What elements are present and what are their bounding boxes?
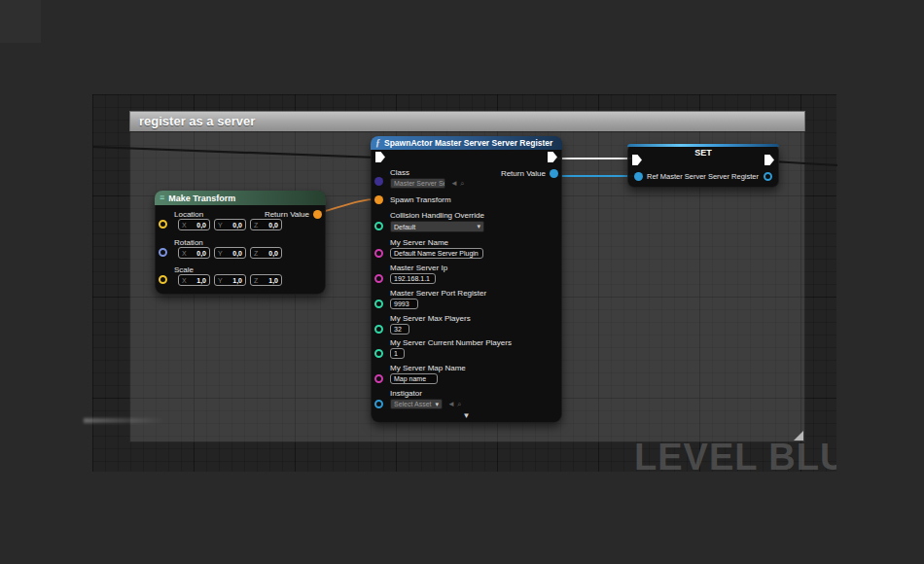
instigator-asset-dropdown[interactable]: Select Asset ▾ bbox=[390, 399, 443, 409]
pin-label: Collision Handling Override bbox=[390, 211, 484, 220]
node-set-variable[interactable]: SET Ref Master Server Server Register bbox=[627, 144, 779, 188]
collapse-arrow-icon[interactable]: ▼ bbox=[371, 412, 562, 420]
node-make-transform[interactable]: ≡ Make Transform Return Value Location X… bbox=[155, 191, 326, 295]
rotation-y-input[interactable]: Y0,0 bbox=[214, 247, 246, 259]
collision-handling-pin[interactable] bbox=[374, 222, 383, 230]
wire-glow-artifact bbox=[84, 418, 165, 423]
max-players-input[interactable]: 32 bbox=[390, 324, 409, 335]
pin-row-scale: Scale X1,0 Y1,0 Z1,0 bbox=[159, 265, 322, 289]
set-variable-label: Ref Master Server Server Register bbox=[647, 172, 759, 181]
pin-label: My Server Map Name bbox=[390, 364, 466, 372]
asset-util-icons[interactable]: ◄⌕ bbox=[447, 400, 463, 409]
pin-row-location: Location X0,0 Y0,0 Z0,0 bbox=[159, 210, 322, 233]
corner-artifact bbox=[0, 0, 41, 43]
rotation-x-input[interactable]: X0,0 bbox=[178, 247, 210, 259]
rotation-z-input[interactable]: Z0,0 bbox=[250, 247, 282, 259]
set-variable-in-pin[interactable] bbox=[634, 172, 643, 181]
current-players-pin[interactable] bbox=[374, 349, 383, 358]
instigator-pin[interactable] bbox=[374, 400, 383, 408]
map-name-pin[interactable] bbox=[374, 374, 383, 383]
set-accent-strip bbox=[627, 144, 779, 147]
pin-label: Scale bbox=[174, 265, 194, 274]
class-dropdown[interactable]: Master Server Se ▾ bbox=[390, 178, 445, 189]
location-z-input[interactable]: Z0,0 bbox=[250, 219, 282, 230]
use-asset-icon[interactable]: ◄ bbox=[450, 179, 460, 188]
location-y-input[interactable]: Y0,0 bbox=[214, 219, 246, 230]
pin-row-map-name: My Server Map Name Map name bbox=[374, 364, 558, 387]
pin-row-port-register: Master Server Port Register 9993 bbox=[374, 289, 558, 312]
make-transform-header[interactable]: ≡ Make Transform bbox=[155, 191, 326, 205]
location-x-input[interactable]: X0,0 bbox=[178, 219, 210, 230]
exec-out-pin[interactable] bbox=[548, 152, 557, 162]
pin-label: Master Server Ip bbox=[390, 264, 447, 272]
pin-row-class: Class Master Server Se ▾ ◄⌕ bbox=[374, 168, 558, 192]
port-register-input[interactable]: 9993 bbox=[390, 299, 418, 309]
pin-row-master-server-ip: Master Server Ip 192.168.1.1 bbox=[374, 264, 558, 287]
rotation-pin[interactable] bbox=[159, 248, 167, 257]
location-pin[interactable] bbox=[159, 220, 167, 229]
map-name-input[interactable]: Map name bbox=[390, 373, 438, 384]
pin-row-current-players: My Server Current Number Players 1 bbox=[374, 338, 558, 362]
max-players-pin[interactable] bbox=[374, 325, 383, 334]
dropdown-arrow-icon: ▾ bbox=[435, 401, 439, 408]
spawnactor-header[interactable]: ƒ SpawnActor Master Server Server Regist… bbox=[371, 136, 562, 150]
pin-label: Rotation bbox=[174, 238, 203, 247]
pin-label: Instigator bbox=[390, 389, 422, 398]
node-spawnactor[interactable]: ƒ SpawnActor Master Server Server Regist… bbox=[371, 136, 562, 423]
browse-asset-icon[interactable]: ⌕ bbox=[457, 400, 463, 408]
scale-x-input[interactable]: X1,0 bbox=[178, 274, 210, 286]
pin-row-collision-handling: Collision Handling Override Default ▾ bbox=[374, 211, 558, 234]
pin-label: Spawn Transform bbox=[390, 195, 451, 204]
scale-z-input[interactable]: Z1,0 bbox=[250, 274, 282, 286]
scale-y-input[interactable]: Y1,0 bbox=[214, 274, 246, 286]
dropdown-arrow-icon: ▾ bbox=[477, 223, 480, 230]
node-title: SpawnActor Master Server Server Register bbox=[384, 138, 552, 148]
comment-resize-handle[interactable] bbox=[794, 431, 803, 441]
collision-handling-dropdown[interactable]: Default ▾ bbox=[390, 221, 484, 232]
set-variable-out-pin[interactable] bbox=[764, 172, 772, 181]
node-title: Make Transform bbox=[168, 194, 235, 203]
struct-icon: ≡ bbox=[160, 194, 164, 202]
browse-asset-icon[interactable]: ⌕ bbox=[460, 179, 466, 188]
node-title: SET bbox=[627, 148, 779, 158]
exec-in-pin[interactable] bbox=[375, 152, 385, 162]
asset-util-icons[interactable]: ◄⌕ bbox=[450, 179, 466, 189]
pin-row-max-players: My Server Max Players 32 bbox=[374, 314, 558, 337]
port-register-pin[interactable] bbox=[374, 300, 383, 308]
master-server-ip-input[interactable]: 192.168.1.1 bbox=[390, 273, 436, 284]
pin-label: My Server Current Number Players bbox=[390, 338, 512, 347]
current-players-input[interactable]: 1 bbox=[390, 348, 405, 359]
pin-label: My Server Max Players bbox=[390, 314, 471, 323]
pin-label: Location bbox=[174, 210, 203, 219]
master-server-ip-pin[interactable] bbox=[374, 274, 383, 283]
use-asset-icon[interactable]: ◄ bbox=[447, 400, 457, 408]
spawn-transform-pin[interactable] bbox=[374, 195, 383, 204]
scale-pin[interactable] bbox=[159, 275, 167, 284]
pin-label: My Server Name bbox=[390, 238, 448, 247]
my-server-name-input[interactable]: Default Name Server Plugin bbox=[390, 248, 483, 259]
pin-row-instigator: Instigator Select Asset ▾ ◄⌕ bbox=[374, 389, 558, 412]
pin-row-my-server-name: My Server Name Default Name Server Plugi… bbox=[374, 238, 558, 262]
pin-label: Class bbox=[390, 168, 409, 177]
class-pin[interactable] bbox=[374, 177, 383, 186]
pin-label: Master Server Port Register bbox=[390, 289, 486, 298]
function-icon: ƒ bbox=[375, 138, 380, 148]
pin-row-rotation: Rotation X0,0 Y0,0 Z0,0 bbox=[159, 238, 322, 262]
my-server-name-pin[interactable] bbox=[374, 249, 383, 258]
comment-header[interactable]: register as a server bbox=[129, 111, 805, 131]
